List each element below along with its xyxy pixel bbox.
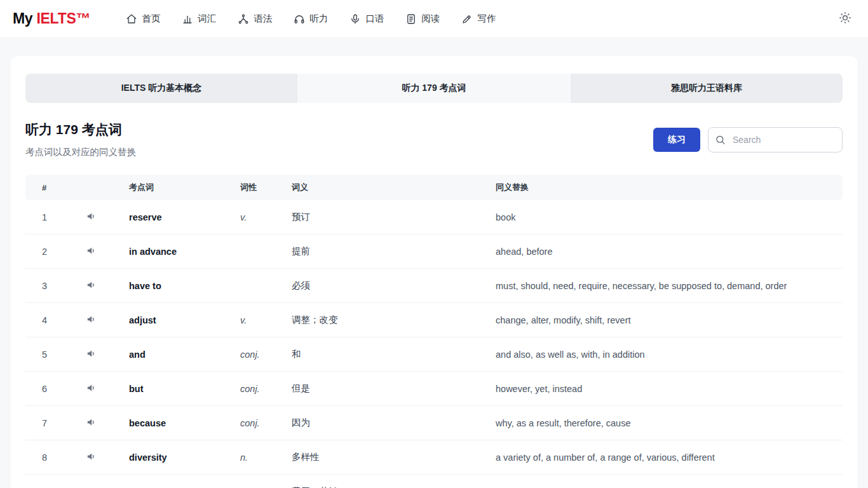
section-actions: 练习	[653, 127, 843, 152]
meaning-cell: 费用；花销	[292, 475, 496, 488]
synonyms-cell: and also, as well as, with, in addition	[496, 337, 843, 372]
synonyms-cell: expense, cost, how much, budget, afford,…	[496, 475, 843, 488]
content-card: IELTS 听力基本概念听力 179 考点词雅思听力王语料库 听力 179 考点…	[10, 56, 858, 488]
tab-0[interactable]: IELTS 听力基本概念	[25, 74, 297, 103]
word-cell: reserve	[129, 200, 240, 234]
row-number: 4	[25, 303, 64, 337]
audio-button[interactable]	[86, 383, 97, 393]
nav-item-label: 听力	[309, 13, 328, 25]
table-row: 6butconj.但是however, yet, instead	[25, 372, 843, 406]
row-number: 1	[25, 200, 64, 234]
practice-button[interactable]: 练习	[653, 128, 700, 152]
speaker-icon	[86, 314, 97, 325]
speaker-icon	[86, 451, 97, 462]
page-title: 听力 179 考点词	[25, 121, 136, 139]
row-number: 3	[25, 269, 64, 303]
nav-item-grammar[interactable]: 语法	[238, 13, 272, 25]
word-cell: but	[129, 372, 240, 406]
row-number: 5	[25, 337, 64, 372]
meaning-cell: 提前	[292, 234, 496, 269]
tab-2[interactable]: 雅思听力王语料库	[570, 74, 843, 103]
pos-cell: conj.	[240, 372, 292, 406]
audio-button[interactable]	[86, 417, 97, 428]
logo-suffix: IELTS™	[36, 10, 90, 27]
table-row: 9feen.费用；花销expense, cost, how much, budg…	[25, 475, 843, 488]
meaning-cell: 因为	[292, 406, 496, 440]
pos-cell: n.	[240, 440, 292, 475]
column-header: 同义替换	[496, 175, 843, 200]
pos-cell: conj.	[240, 337, 292, 372]
table-row: 5andconj.和and also, as well as, with, in…	[25, 337, 843, 372]
nav-item-home[interactable]: 首页	[126, 13, 160, 25]
nav-item-listening[interactable]: 听力	[294, 13, 328, 25]
pos-cell: n.	[240, 475, 292, 488]
theme-toggle-button[interactable]	[835, 8, 855, 30]
search-box	[708, 127, 843, 152]
speaker-icon	[86, 280, 97, 290]
audio-button[interactable]	[86, 211, 97, 222]
main-nav: 首页词汇语法听力口语阅读写作	[126, 13, 496, 25]
search-input[interactable]	[708, 127, 843, 152]
table-row: 3have to必须must, should, need, require, n…	[25, 269, 843, 303]
meaning-cell: 但是	[292, 372, 496, 406]
nav-item-label: 语法	[254, 13, 272, 25]
table-row: 2in advance提前ahead, before	[25, 234, 843, 269]
section-header: 听力 179 考点词 考点词以及对应的同义替换 练习	[25, 121, 843, 158]
tab-1[interactable]: 听力 179 考点词	[297, 74, 570, 103]
table-row: 7becauseconj.因为why, as a result, therefo…	[25, 406, 843, 440]
synonyms-cell: book	[496, 200, 843, 234]
vocabulary-icon	[182, 13, 193, 25]
word-table: #考点词词性词义同义替换 1reservev.预订book2in advance…	[25, 175, 843, 488]
nav-item-label: 阅读	[421, 13, 440, 25]
column-header: 词义	[292, 175, 496, 200]
nav-item-label: 口语	[365, 13, 384, 25]
writing-icon	[461, 13, 473, 25]
word-cell: because	[129, 406, 240, 440]
pos-cell: v.	[240, 200, 292, 234]
synonyms-cell: however, yet, instead	[496, 372, 843, 406]
meaning-cell: 预订	[292, 200, 496, 234]
meaning-cell: 和	[292, 337, 496, 372]
table-row: 8diversityn.多样性a variety of, a number of…	[25, 440, 843, 475]
audio-button[interactable]	[86, 245, 97, 256]
nav-item-label: 词汇	[198, 13, 216, 25]
nav-item-vocabulary[interactable]: 词汇	[182, 13, 216, 25]
table-row: 1reservev.预订book	[25, 200, 843, 234]
grammar-icon	[238, 13, 249, 25]
nav-item-writing[interactable]: 写作	[461, 13, 496, 25]
row-number: 9	[25, 475, 64, 488]
synonyms-cell: ahead, before	[496, 234, 843, 269]
table-header-row: #考点词词性词义同义替换	[25, 175, 843, 200]
word-table-body: 1reservev.预订book2in advance提前ahead, befo…	[25, 200, 843, 488]
audio-button[interactable]	[86, 280, 97, 290]
pos-cell: conj.	[240, 406, 292, 440]
row-number: 2	[25, 234, 64, 269]
row-number: 7	[25, 406, 64, 440]
word-cell: have to	[129, 269, 240, 303]
column-header: 词性	[240, 175, 292, 200]
row-number: 8	[25, 440, 64, 475]
audio-button[interactable]	[86, 485, 97, 488]
listening-icon	[294, 13, 305, 25]
audio-button[interactable]	[86, 314, 97, 325]
nav-item-reading[interactable]: 阅读	[405, 13, 440, 25]
speaker-icon	[86, 417, 97, 428]
pos-cell: v.	[240, 303, 292, 337]
audio-button[interactable]	[86, 451, 97, 462]
nav-item-speaking[interactable]: 口语	[349, 13, 384, 25]
audio-button[interactable]	[86, 348, 97, 359]
word-cell: diversity	[129, 440, 240, 475]
synonyms-cell: must, should, need, require, necessary, …	[496, 269, 843, 303]
speaker-icon	[86, 348, 97, 359]
word-cell: adjust	[129, 303, 240, 337]
meaning-cell: 调整；改变	[292, 303, 496, 337]
home-icon	[126, 13, 137, 25]
row-number: 6	[25, 372, 64, 406]
sun-icon	[839, 11, 851, 24]
speaker-icon	[86, 245, 97, 256]
reading-icon	[405, 13, 417, 25]
speaker-icon	[86, 485, 97, 488]
logo-prefix: My	[13, 10, 32, 27]
word-cell: in advance	[129, 234, 240, 269]
section-titles: 听力 179 考点词 考点词以及对应的同义替换	[25, 121, 136, 158]
